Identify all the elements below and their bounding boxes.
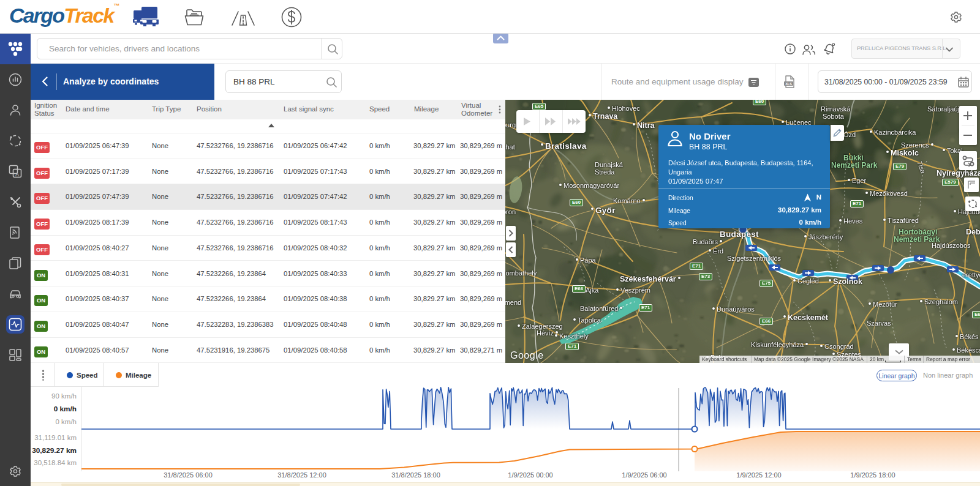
svg-text:XLS: XLS (785, 82, 792, 86)
svg-text:A: A (15, 171, 19, 178)
